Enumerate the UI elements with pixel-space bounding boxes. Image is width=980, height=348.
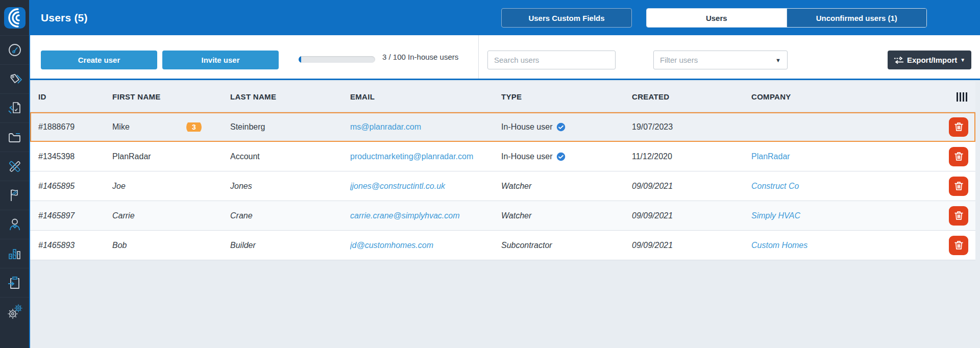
user-type-label: Watcher	[501, 182, 531, 191]
flags-icon[interactable]	[0, 181, 29, 210]
user-type-cell: Watcher	[501, 211, 632, 220]
forms-clipboard-icon[interactable]	[0, 268, 29, 297]
user-email-link[interactable]: jjones@constructintl.co.uk	[350, 182, 445, 190]
tags-icon[interactable]	[0, 64, 29, 93]
user-email-link[interactable]: productmarketing@planradar.com	[350, 152, 473, 161]
planradar-logo[interactable]	[0, 0, 29, 35]
statistics-chart-icon[interactable]	[0, 239, 29, 268]
user-created-date: 19/07/2023	[632, 122, 751, 132]
user-email-cell: jd@customhomes.com	[350, 241, 501, 250]
users-tab-group: Users Unconfirmed users (1)	[646, 8, 927, 28]
column-header-email[interactable]: EMAIL	[350, 92, 501, 101]
plans-tools-icon[interactable]	[0, 152, 29, 181]
user-id: #1888679	[30, 122, 112, 132]
users-custom-fields-button[interactable]: Users Custom Fields	[501, 8, 632, 28]
user-first-name: Joe	[112, 182, 230, 191]
delete-user-button[interactable]	[949, 236, 968, 255]
delete-user-button[interactable]	[949, 147, 968, 166]
user-email-link[interactable]: ms@planradar.com	[350, 122, 421, 131]
user-id: #1465895	[30, 182, 112, 191]
user-last-name: Builder	[230, 241, 350, 250]
user-type-cell: Watcher	[501, 182, 632, 191]
verified-check-icon	[556, 152, 566, 161]
table-row[interactable]: #1888679Mike3Steinbergms@planradar.comIn…	[30, 112, 975, 142]
user-id: #1465893	[30, 241, 112, 250]
user-last-name: Crane	[230, 211, 350, 220]
user-email-cell: jjones@constructintl.co.uk	[350, 182, 501, 191]
reports-stamp-icon[interactable]	[0, 93, 29, 122]
trash-icon	[953, 151, 964, 162]
tab-users[interactable]: Users	[647, 9, 787, 27]
delete-user-button[interactable]	[949, 206, 968, 226]
user-last-name: Account	[230, 152, 350, 161]
user-actions-toolbar: Create user Invite user 3 / 100 In-house…	[30, 35, 980, 80]
users-icon[interactable]	[0, 210, 29, 239]
sidebar	[0, 0, 30, 348]
user-created-date: 11/12/2020	[632, 152, 751, 161]
user-first-name: Mike3	[112, 122, 230, 132]
user-type-label: Subcontractor	[501, 241, 552, 250]
table-header-row: ID FIRST NAME LAST NAME EMAIL TYPE CREAT…	[30, 82, 975, 112]
inhouse-users-quota-bar	[299, 56, 375, 63]
trash-icon	[953, 121, 964, 132]
table-row[interactable]: #1345398PlanRadarAccountproductmarketing…	[30, 142, 975, 171]
page-title: Users (5)	[41, 12, 88, 24]
filter-users-dropdown[interactable]: Filter users ▼	[653, 51, 788, 69]
table-row[interactable]: #1465897CarrieCranecarrie.crane@simplyhv…	[30, 201, 975, 231]
dashboard-gauge-icon[interactable]	[0, 35, 29, 64]
create-user-button[interactable]: Create user	[41, 51, 157, 69]
user-created-date: 09/09/2021	[632, 241, 751, 250]
user-email-cell: carrie.crane@simplyhvac.com	[350, 211, 501, 220]
user-company-link[interactable]: Simply HVAC	[751, 211, 800, 220]
user-company-link[interactable]: Custom Homes	[751, 241, 807, 250]
delete-user-button[interactable]	[949, 117, 968, 137]
user-type-label: Watcher	[501, 211, 531, 220]
filter-users-label: Filter users	[660, 56, 698, 64]
user-email-cell: ms@planradar.com	[350, 122, 501, 132]
user-type-cell: In-House user	[501, 152, 632, 161]
column-header-created[interactable]: CREATED	[632, 92, 751, 101]
table-body: #1888679Mike3Steinbergms@planradar.comIn…	[30, 112, 975, 260]
user-first-name: PlanRadar	[112, 152, 230, 161]
user-company-cell: PlanRadar	[751, 152, 942, 161]
quota-label: 3 / 100 In-house users	[382, 52, 458, 62]
user-email-link[interactable]: carrie.crane@simplyhvac.com	[350, 211, 460, 220]
user-company-cell: Simply HVAC	[751, 211, 942, 220]
table-row[interactable]: #1465893BobBuilderjd@customhomes.comSubc…	[30, 231, 975, 260]
chevron-down-icon: ▼	[775, 57, 781, 63]
user-email-cell: productmarketing@planradar.com	[350, 152, 501, 161]
column-header-id[interactable]: ID	[30, 92, 112, 101]
user-created-date: 09/09/2021	[632, 211, 751, 220]
column-header-last-name[interactable]: LAST NAME	[230, 92, 350, 101]
export-import-button[interactable]: Export/Import ▼	[888, 51, 971, 69]
tab-unconfirmed-users[interactable]: Unconfirmed users (1)	[787, 9, 927, 27]
user-first-name: Carrie	[112, 211, 230, 220]
user-company-link[interactable]: Construct Co	[751, 182, 799, 190]
top-header: Users (5) Users Custom Fields Users Unco…	[30, 0, 980, 35]
user-id: #1345398	[30, 152, 112, 161]
column-settings-icon[interactable]	[957, 92, 967, 102]
user-email-link[interactable]: jd@customhomes.com	[350, 241, 433, 250]
verified-check-icon	[556, 122, 566, 132]
search-users-input[interactable]	[487, 51, 616, 69]
user-company-link[interactable]: PlanRadar	[751, 152, 790, 161]
user-last-name: Steinberg	[230, 122, 350, 132]
column-header-company[interactable]: COMPANY	[751, 92, 942, 101]
user-created-date: 09/09/2021	[632, 182, 751, 191]
delete-user-button[interactable]	[949, 177, 968, 196]
invite-user-button[interactable]: Invite user	[162, 51, 279, 69]
user-type-cell: Subcontractor	[501, 241, 632, 250]
settings-gears-icon[interactable]	[0, 297, 29, 326]
user-type-cell: In-House user	[501, 122, 632, 132]
table-row[interactable]: #1465895JoeJonesjjones@constructintl.co.…	[30, 171, 975, 201]
projects-folder-icon[interactable]	[0, 122, 29, 152]
column-header-type[interactable]: TYPE	[501, 92, 632, 101]
user-company-cell: Construct Co	[751, 182, 942, 191]
user-last-name: Jones	[230, 182, 350, 191]
export-import-label: Export/Import	[907, 56, 957, 64]
trash-icon	[953, 181, 964, 191]
toolbar-divider	[478, 35, 479, 79]
column-header-first-name[interactable]: FIRST NAME	[112, 92, 230, 101]
ticket-count-badge[interactable]: 3	[186, 122, 202, 132]
user-type-label: In-House user	[501, 122, 553, 132]
